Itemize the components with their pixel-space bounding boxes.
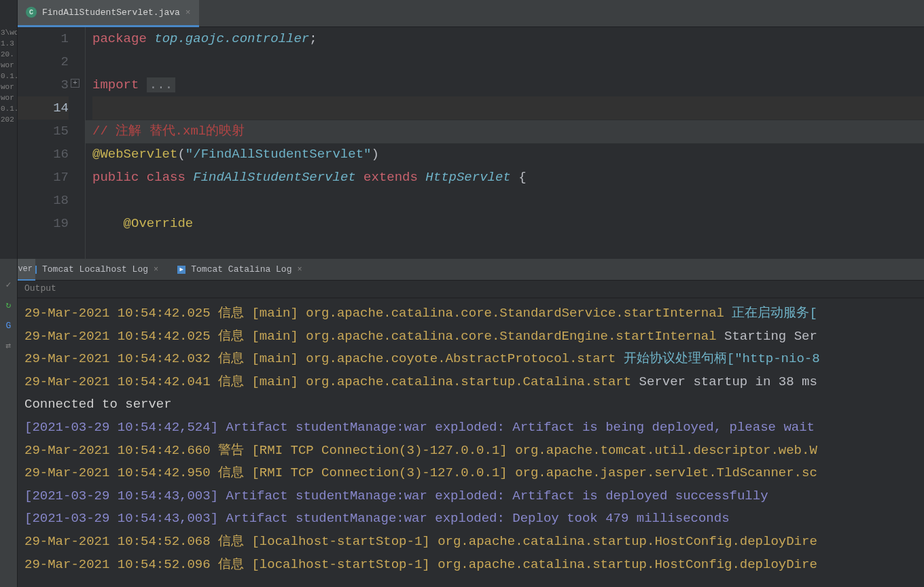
debug-icon[interactable]: ⇄ — [3, 340, 14, 351]
sidebar-path-fragment: 3\wo — [0, 27, 17, 38]
console-line: 29-Mar-2021 10:54:42.032 信息 [main] org.a… — [24, 348, 917, 371]
log-tab-localhost[interactable]: ▶ Tomcat Localhost Log × — [29, 264, 158, 274]
editor-panel: 3\wo1.320.wor0.1.worwor0.1.202 C FindAll… — [0, 0, 924, 259]
tool-column: ✓ ↻ G ⇄ — [0, 259, 18, 587]
java-class-icon: C — [26, 7, 37, 18]
close-icon[interactable]: × — [185, 7, 191, 18]
sidebar-path-fragment: 202 — [0, 114, 17, 125]
console-line: 29-Mar-2021 10:54:42.025 信息 [main] org.a… — [24, 325, 917, 349]
line-number[interactable]: 1 — [18, 27, 69, 50]
console-line: 29-Mar-2021 10:54:52.068 信息 [localhost-s… — [24, 531, 917, 554]
line-number[interactable]: 19 — [18, 212, 69, 235]
line-number[interactable]: 3+ — [18, 73, 69, 96]
check-icon[interactable]: ✓ — [3, 279, 14, 290]
close-icon[interactable]: × — [297, 265, 302, 274]
console-line: [2021-03-29 10:54:43,003] Artifact stude… — [24, 485, 917, 508]
file-tab-active[interactable]: C FindAllStudentServlet.java × — [18, 0, 199, 27]
fold-icon[interactable]: + — [71, 79, 79, 88]
log-tab-bar: ver ▶ Tomcat Localhost Log × ▶ Tomcat Ca… — [18, 259, 924, 281]
left-sidebar-strip: 3\wo1.320.wor0.1.worwor0.1.202 — [0, 0, 18, 259]
line-number[interactable]: 2 — [18, 50, 69, 73]
console-line: 29-Mar-2021 10:54:42.041 信息 [main] org.a… — [24, 371, 917, 394]
active-run-tab[interactable]: ver — [18, 259, 35, 281]
code-content[interactable]: package top.gaojc.controller; import ...… — [86, 27, 924, 259]
run-panel: ✓ ↻ G ⇄ ver ▶ Tomcat Localhost Log × ▶ T… — [0, 259, 924, 587]
line-number[interactable]: 17 — [18, 166, 69, 189]
sidebar-path-fragment: 0.1. — [0, 103, 17, 114]
line-number[interactable]: 16 — [18, 143, 69, 166]
output-label: Output — [18, 281, 924, 298]
close-icon[interactable]: × — [154, 265, 158, 274]
console-line: 29-Mar-2021 10:54:42.025 信息 [main] org.a… — [24, 302, 917, 325]
sidebar-path-fragment: wor — [0, 92, 17, 103]
sidebar-path-fragment: 1.3 — [0, 38, 17, 49]
sidebar-path-fragment: wor — [0, 82, 17, 92]
code-editor[interactable]: 123+141516171819 package top.gaojc.contr… — [18, 27, 924, 259]
sidebar-path-fragment: 20. — [0, 49, 17, 60]
console-line: [2021-03-29 10:54:43,003] Artifact stude… — [24, 508, 917, 531]
log-tab-catalina[interactable]: ▶ Tomcat Catalina Log × — [177, 264, 302, 274]
console-line: [2021-03-29 10:54:42,524] Artifact stude… — [24, 416, 917, 440]
settings-icon[interactable]: G — [3, 320, 14, 331]
console-line: 29-Mar-2021 10:54:52.096 信息 [localhost-s… — [24, 554, 917, 577]
line-number[interactable]: 14 — [18, 96, 69, 120]
sidebar-path-fragment: wor — [0, 60, 17, 71]
console-output[interactable]: 29-Mar-2021 10:54:42.025 信息 [main] org.a… — [18, 298, 924, 587]
console-line: 29-Mar-2021 10:54:42.660 警告 [RMI TCP Con… — [24, 440, 917, 463]
line-number[interactable]: 18 — [18, 189, 69, 212]
sidebar-path-fragment: 0.1. — [0, 71, 17, 82]
console-line: 29-Mar-2021 10:54:42.950 信息 [RMI TCP Con… — [24, 462, 917, 485]
editor-tabs: C FindAllStudentServlet.java × — [18, 0, 924, 27]
line-gutter: 123+141516171819 — [18, 27, 86, 259]
refresh-icon[interactable]: ↻ — [3, 300, 14, 310]
run-arrow-icon: ▶ — [177, 266, 185, 274]
tab-filename: FindAllStudentServlet.java — [42, 7, 180, 18]
line-number[interactable]: 15 — [18, 120, 69, 143]
console-line: Connected to server — [24, 393, 917, 416]
